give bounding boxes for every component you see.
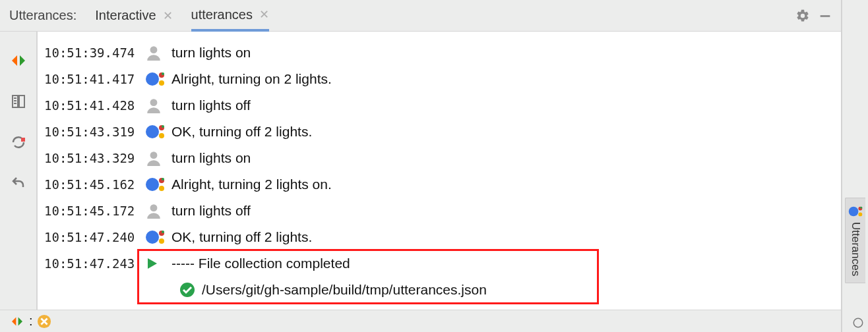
assistant-icon [145,70,171,88]
assistant-icon [145,176,171,193]
tab-strip: Utterances: Interactive ✕ utterances ✕ [0,0,841,32]
completion-path: /Users/git/gh-sample/build/tmp/utterance… [202,282,487,298]
log-row-assistant: OK, turning off 2 lights. [140,224,841,250]
log-text: Alright, turning on 2 lights. [171,71,332,87]
svg-point-16 [162,125,164,128]
assistant-icon [145,229,171,246]
svg-point-32 [860,207,862,209]
svg-point-7 [150,46,158,53]
svg-point-17 [150,152,158,159]
message-column: turn lights on Alright, turning on 2 lig… [140,32,841,310]
log-row-assistant: Alright, turning 2 lights on. [140,171,841,198]
log-text: OK, turning off 2 lights. [171,229,312,245]
log-text: turn lights on [171,45,251,61]
svg-point-22 [150,204,158,211]
play-icon [145,257,171,270]
side-tool-label: Utterances [849,222,862,276]
close-icon[interactable]: ✕ [163,9,173,23]
tab-label: utterances [191,7,253,22]
svg-rect-2 [19,96,24,107]
log-text: turn lights off [171,203,251,219]
svg-point-8 [146,72,159,86]
timestamp-column: 10:51:39.474 10:51:41.417 10:51:41.428 1… [37,32,140,310]
log-row-assistant: Alright, turning on 2 lights. [140,66,841,92]
user-icon [145,202,171,219]
user-icon [145,150,171,167]
svg-point-18 [146,178,159,191]
log-text: turn lights on [171,150,251,166]
completion-header-row: ----- File collection completed [140,250,841,277]
log-row-user: turn lights on [140,40,841,66]
hide-icon[interactable] [816,7,834,25]
svg-point-12 [150,99,158,106]
timestamp: 10:51:43.329 [38,145,140,171]
log-text: OK, turning off 2 lights. [171,124,312,140]
stop-icon[interactable] [37,314,51,329]
timestamp: 10:51:45.162 [38,171,140,198]
svg-point-29 [849,207,859,217]
tab-utterances[interactable]: utterances ✕ [191,1,269,32]
close-icon[interactable]: ✕ [259,7,269,22]
log-text: turn lights off [171,97,251,113]
expand-collapse-icon[interactable] [9,316,25,327]
timestamp: 10:51:47.243 [38,250,140,277]
svg-point-10 [159,80,164,86]
timestamp: 10:51:39.474 [38,40,140,66]
tool-gutter [0,32,37,310]
right-gutter: Utterances Event Log [842,0,868,332]
svg-point-33 [853,318,863,327]
svg-point-15 [159,133,164,138]
gear-icon[interactable] [793,7,812,25]
timestamp: 10:51:43.319 [38,119,140,145]
svg-point-26 [162,231,164,233]
success-icon [179,282,202,298]
panel-title: Utterances: [9,8,77,23]
undo-icon[interactable] [5,170,32,196]
log-panel: 10:51:39.474 10:51:41.417 10:51:41.428 1… [37,32,841,310]
log-row-user: turn lights off [140,92,841,119]
event-log-link[interactable]: Event Log [852,315,868,329]
side-tool-utterances[interactable]: Utterances [845,198,865,283]
log-row-assistant: OK, turning off 2 lights. [140,119,841,145]
assistant-icon [145,123,171,140]
svg-point-21 [162,178,164,180]
timestamp: 10:51:45.172 [38,198,140,224]
svg-rect-0 [821,15,830,17]
svg-point-20 [159,186,164,191]
log-row-user: turn lights on [140,145,841,171]
status-bar: : [0,310,841,332]
log-row-user: turn lights off [140,198,841,224]
wrap-icon[interactable] [5,88,32,115]
tab-label: Interactive [95,8,156,23]
svg-point-23 [146,231,159,244]
svg-point-11 [162,72,164,75]
svg-point-13 [146,125,159,138]
svg-point-31 [858,212,862,216]
user-icon [145,44,171,61]
assistant-icon [848,205,863,218]
tab-interactive[interactable]: Interactive ✕ [95,0,172,31]
completion-path-row[interactable]: /Users/git/gh-sample/build/tmp/utterance… [140,277,841,303]
log-text: Alright, turning 2 lights on. [171,177,332,192]
svg-point-25 [159,238,164,244]
timestamp: 10:51:41.417 [38,66,140,92]
expand-collapse-icon[interactable] [5,47,32,74]
refresh-icon[interactable] [5,129,32,155]
user-icon [145,97,171,114]
svg-rect-6 [21,138,25,142]
status-colon: : [29,314,33,329]
completion-header: ----- File collection completed [171,256,350,271]
timestamp: 10:51:47.240 [38,224,140,250]
timestamp: 10:51:41.428 [38,92,140,119]
